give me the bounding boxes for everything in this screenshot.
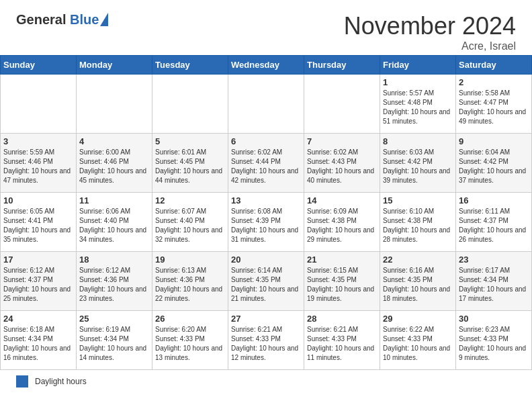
- calendar-cell: 13Sunrise: 6:08 AM Sunset: 4:39 PM Dayli…: [228, 193, 304, 252]
- day-info: Sunrise: 6:21 AM Sunset: 4:33 PM Dayligh…: [231, 325, 301, 363]
- calendar-cell: 30Sunrise: 6:23 AM Sunset: 4:33 PM Dayli…: [456, 311, 532, 370]
- weekday-header: Tuesday: [152, 56, 228, 75]
- day-number: 18: [79, 255, 149, 265]
- day-info: Sunrise: 6:10 AM Sunset: 4:38 PM Dayligh…: [383, 207, 453, 244]
- calendar-cell: 22Sunrise: 6:16 AM Sunset: 4:35 PM Dayli…: [380, 252, 456, 311]
- day-info: Sunrise: 6:06 AM Sunset: 4:40 PM Dayligh…: [79, 207, 149, 244]
- footer: Daylight hours: [0, 370, 532, 390]
- calendar-table: SundayMondayTuesdayWednesdayThursdayFrid…: [0, 55, 532, 370]
- day-number: 10: [3, 195, 73, 205]
- day-number: 13: [231, 195, 301, 205]
- calendar-cell: 24Sunrise: 6:18 AM Sunset: 4:34 PM Dayli…: [1, 311, 77, 370]
- calendar-cell: 10Sunrise: 6:05 AM Sunset: 4:41 PM Dayli…: [1, 193, 77, 252]
- legend-label: Daylight hours: [35, 377, 87, 386]
- day-info: Sunrise: 6:00 AM Sunset: 4:46 PM Dayligh…: [79, 148, 149, 185]
- day-info: Sunrise: 6:02 AM Sunset: 4:44 PM Dayligh…: [231, 148, 301, 185]
- calendar-cell: 25Sunrise: 6:19 AM Sunset: 4:34 PM Dayli…: [77, 311, 152, 370]
- calendar-cell: 15Sunrise: 6:10 AM Sunset: 4:38 PM Dayli…: [380, 193, 456, 252]
- day-number: 21: [307, 255, 377, 265]
- day-number: 26: [155, 314, 225, 324]
- calendar-cell: 19Sunrise: 6:13 AM Sunset: 4:36 PM Dayli…: [152, 252, 228, 311]
- calendar-cell: 9Sunrise: 6:04 AM Sunset: 4:42 PM Daylig…: [456, 134, 532, 193]
- logo: General Blue: [16, 12, 108, 27]
- day-info: Sunrise: 6:04 AM Sunset: 4:42 PM Dayligh…: [459, 148, 529, 185]
- weekday-header: Thursday: [304, 56, 380, 75]
- weekday-header: Wednesday: [228, 56, 304, 75]
- calendar-cell: [304, 75, 380, 134]
- calendar-cell: 4Sunrise: 6:00 AM Sunset: 4:46 PM Daylig…: [77, 134, 152, 193]
- calendar-cell: 14Sunrise: 6:09 AM Sunset: 4:38 PM Dayli…: [304, 193, 380, 252]
- logo-blue: Blue: [70, 12, 99, 27]
- month-title: November 2024: [344, 12, 516, 40]
- day-number: 16: [459, 195, 529, 205]
- calendar-cell: 29Sunrise: 6:22 AM Sunset: 4:33 PM Dayli…: [380, 311, 456, 370]
- day-info: Sunrise: 6:17 AM Sunset: 4:34 PM Dayligh…: [459, 266, 529, 304]
- day-number: 2: [459, 77, 529, 87]
- day-info: Sunrise: 6:16 AM Sunset: 4:35 PM Dayligh…: [383, 266, 453, 304]
- calendar-cell: 16Sunrise: 6:11 AM Sunset: 4:37 PM Dayli…: [456, 193, 532, 252]
- day-info: Sunrise: 6:20 AM Sunset: 4:33 PM Dayligh…: [155, 325, 225, 363]
- calendar-cell: 27Sunrise: 6:21 AM Sunset: 4:33 PM Dayli…: [228, 311, 304, 370]
- legend-box: [16, 375, 28, 387]
- day-number: 4: [79, 136, 149, 146]
- day-info: Sunrise: 6:18 AM Sunset: 4:34 PM Dayligh…: [3, 325, 73, 363]
- day-info: Sunrise: 6:01 AM Sunset: 4:45 PM Dayligh…: [155, 148, 225, 185]
- day-number: 24: [3, 314, 73, 324]
- day-info: Sunrise: 6:19 AM Sunset: 4:34 PM Dayligh…: [79, 325, 149, 363]
- weekday-header: Friday: [380, 56, 456, 75]
- day-number: 23: [459, 255, 529, 265]
- day-number: 19: [155, 255, 225, 265]
- calendar-cell: 2Sunrise: 5:58 AM Sunset: 4:47 PM Daylig…: [456, 75, 532, 134]
- day-info: Sunrise: 6:09 AM Sunset: 4:38 PM Dayligh…: [307, 207, 377, 244]
- day-info: Sunrise: 6:13 AM Sunset: 4:36 PM Dayligh…: [155, 266, 225, 304]
- logo-general: General: [16, 12, 66, 27]
- calendar-cell: 12Sunrise: 6:07 AM Sunset: 4:40 PM Dayli…: [152, 193, 228, 252]
- calendar-cell: 21Sunrise: 6:15 AM Sunset: 4:35 PM Dayli…: [304, 252, 380, 311]
- location: Acre, Israel: [344, 40, 516, 52]
- day-info: Sunrise: 6:12 AM Sunset: 4:37 PM Dayligh…: [3, 266, 73, 304]
- day-number: 1: [383, 77, 453, 87]
- day-number: 17: [3, 255, 73, 265]
- day-number: 11: [79, 195, 149, 205]
- title-block: November 2024 Acre, Israel: [344, 12, 516, 52]
- day-number: 7: [307, 136, 377, 146]
- page-header: General Blue November 2024 Acre, Israel: [0, 0, 532, 55]
- day-number: 15: [383, 195, 453, 205]
- calendar-cell: 7Sunrise: 6:02 AM Sunset: 4:43 PM Daylig…: [304, 134, 380, 193]
- day-number: 30: [459, 314, 529, 324]
- day-info: Sunrise: 6:21 AM Sunset: 4:33 PM Dayligh…: [307, 325, 377, 363]
- day-info: Sunrise: 6:12 AM Sunset: 4:36 PM Dayligh…: [79, 266, 149, 304]
- calendar-cell: 11Sunrise: 6:06 AM Sunset: 4:40 PM Dayli…: [77, 193, 152, 252]
- day-info: Sunrise: 5:59 AM Sunset: 4:46 PM Dayligh…: [3, 148, 73, 185]
- calendar-cell: 17Sunrise: 6:12 AM Sunset: 4:37 PM Dayli…: [1, 252, 77, 311]
- day-number: 9: [459, 136, 529, 146]
- day-number: 25: [79, 314, 149, 324]
- calendar-cell: 18Sunrise: 6:12 AM Sunset: 4:36 PM Dayli…: [77, 252, 152, 311]
- day-number: 22: [383, 255, 453, 265]
- day-info: Sunrise: 6:14 AM Sunset: 4:35 PM Dayligh…: [231, 266, 301, 304]
- calendar-cell: [77, 75, 152, 134]
- day-number: 14: [307, 195, 377, 205]
- calendar-cell: 1Sunrise: 5:57 AM Sunset: 4:48 PM Daylig…: [380, 75, 456, 134]
- day-info: Sunrise: 5:57 AM Sunset: 4:48 PM Dayligh…: [383, 89, 453, 126]
- calendar-cell: 5Sunrise: 6:01 AM Sunset: 4:45 PM Daylig…: [152, 134, 228, 193]
- day-info: Sunrise: 6:08 AM Sunset: 4:39 PM Dayligh…: [231, 207, 301, 244]
- day-number: 28: [307, 314, 377, 324]
- calendar-cell: 20Sunrise: 6:14 AM Sunset: 4:35 PM Dayli…: [228, 252, 304, 311]
- day-number: 5: [155, 136, 225, 146]
- day-number: 12: [155, 195, 225, 205]
- weekday-header: Monday: [77, 56, 152, 75]
- calendar-cell: 28Sunrise: 6:21 AM Sunset: 4:33 PM Dayli…: [304, 311, 380, 370]
- calendar-cell: [152, 75, 228, 134]
- day-info: Sunrise: 6:02 AM Sunset: 4:43 PM Dayligh…: [307, 148, 377, 185]
- calendar-cell: 3Sunrise: 5:59 AM Sunset: 4:46 PM Daylig…: [1, 134, 77, 193]
- calendar-cell: [1, 75, 77, 134]
- calendar-cell: 23Sunrise: 6:17 AM Sunset: 4:34 PM Dayli…: [456, 252, 532, 311]
- day-number: 29: [383, 314, 453, 324]
- weekday-header: Saturday: [456, 56, 532, 75]
- calendar-cell: 8Sunrise: 6:03 AM Sunset: 4:42 PM Daylig…: [380, 134, 456, 193]
- day-info: Sunrise: 6:07 AM Sunset: 4:40 PM Dayligh…: [155, 207, 225, 244]
- day-info: Sunrise: 6:22 AM Sunset: 4:33 PM Dayligh…: [383, 325, 453, 363]
- logo-icon: [100, 13, 108, 26]
- day-number: 20: [231, 255, 301, 265]
